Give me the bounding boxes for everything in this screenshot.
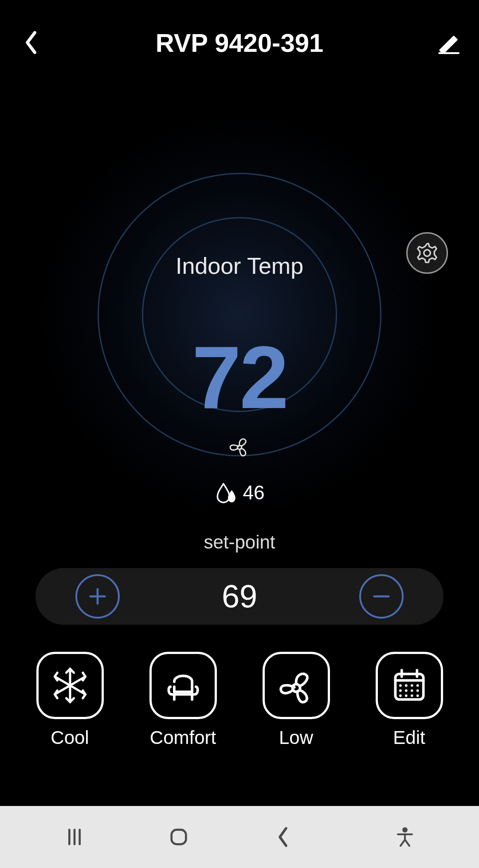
header: RVP 9420-391 [0, 16, 479, 69]
mode-low[interactable]: Low [263, 652, 330, 748]
mode-edit-box [376, 652, 443, 719]
humidity-value: 46 [243, 482, 265, 504]
plus-icon [85, 584, 110, 609]
chevron-left-icon [24, 30, 39, 55]
setpoint-control: 69 [35, 568, 444, 625]
mode-comfort-box [149, 652, 217, 719]
calendar-icon [389, 665, 430, 706]
back-button[interactable] [18, 29, 44, 56]
humidity-row: 46 [215, 481, 265, 505]
svg-point-32 [403, 828, 407, 832]
svg-line-36 [405, 840, 409, 846]
mode-cool-label: Cool [51, 727, 89, 748]
setpoint-decrease-button[interactable] [359, 574, 404, 619]
gear-icon [416, 241, 439, 265]
snowflake-icon [50, 665, 90, 706]
setpoint-increase-button[interactable] [75, 574, 120, 619]
nav-home-button[interactable] [152, 819, 205, 855]
recent-apps-icon [62, 825, 87, 849]
fan-icon [226, 432, 253, 459]
fan-status-icon [226, 432, 253, 459]
armchair-icon [163, 665, 204, 706]
home-pill-icon [166, 825, 191, 849]
pencil-icon [436, 31, 459, 54]
android-navbar [0, 806, 479, 868]
svg-line-35 [400, 840, 405, 846]
settings-button[interactable] [406, 232, 448, 274]
mode-low-box [263, 652, 330, 719]
minus-icon [369, 584, 394, 609]
chevron-left-icon [274, 825, 292, 849]
accessibility-icon [394, 826, 416, 848]
thermostat-dial: Indoor Temp 72 46 [0, 115, 479, 514]
mode-cool[interactable]: Cool [36, 652, 104, 748]
edit-button[interactable] [435, 29, 461, 56]
nav-accessibility-button[interactable] [378, 819, 432, 855]
nav-back-button[interactable] [256, 819, 310, 855]
svg-point-2 [424, 250, 431, 257]
mode-comfort-label: Comfort [150, 727, 216, 748]
mode-edit[interactable]: Edit [376, 652, 443, 748]
page-title: RVP 9420-391 [44, 28, 435, 58]
mode-edit-label: Edit [393, 727, 425, 748]
fan-icon [276, 665, 317, 706]
mode-cool-box [36, 652, 104, 719]
nav-recent-button[interactable] [48, 819, 101, 855]
svg-rect-31 [171, 830, 186, 845]
indoor-temp-value: 72 [0, 333, 479, 422]
mode-row: Cool Comfort [0, 652, 479, 748]
humidity-icon [215, 481, 239, 505]
mode-comfort[interactable]: Comfort [149, 652, 217, 748]
mode-low-label: Low [279, 727, 313, 748]
setpoint-label: set-point [0, 532, 479, 553]
setpoint-value: 69 [222, 578, 257, 615]
